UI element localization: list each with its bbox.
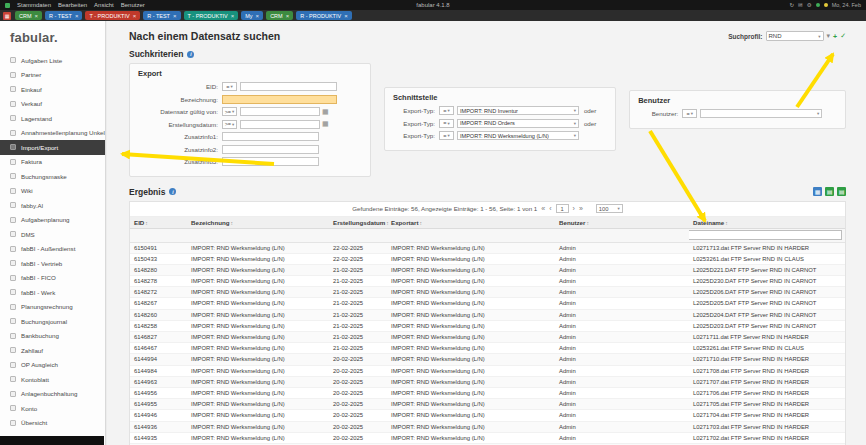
eid-cell[interactable]: 6144994	[130, 354, 187, 365]
dateiname-cell[interactable]: L0271704.dat FTP Server RND IN HARDER	[689, 410, 845, 421]
eid-cell[interactable]: 6148258	[130, 320, 187, 331]
eid-cell[interactable]: 6144946	[130, 410, 187, 421]
sidebar-item[interactable]: Einkauf	[0, 82, 105, 97]
sidebar-item[interactable]: Buchungsmaske	[0, 169, 105, 184]
erstellungsdatum-input[interactable]	[240, 120, 320, 129]
sidebar-item[interactable]: Kontoblatt	[0, 372, 105, 387]
session-tab[interactable]: R - TEST ×	[45, 11, 82, 20]
dateiname-cell[interactable]: L0271707.dat FTP Server RND IN HARDER	[689, 376, 845, 387]
first-page-button[interactable]: «	[541, 205, 545, 212]
dateiname-cell[interactable]: L0271706.dat FTP Server RND IN HARDER	[689, 387, 845, 398]
eid-cell[interactable]: 6148260	[130, 309, 187, 320]
dateiname-cell[interactable]: L2025D205.DAT FTP Server RND IN CARNOT	[689, 298, 845, 309]
table-row[interactable]: 6148278 IMPORT: RND Werksmeldung (L/N) 2…	[130, 276, 845, 287]
mail-icon[interactable]: ✉	[798, 2, 803, 8]
save-profile-icon[interactable]: ✓	[840, 32, 846, 40]
eid-cell[interactable]: 6144955	[130, 399, 187, 410]
col-header-bezeichnung[interactable]: Bezeichnung↕	[187, 217, 329, 229]
eid-cell[interactable]: 6148278	[130, 276, 187, 287]
tab-close-icon[interactable]: ×	[133, 13, 137, 19]
page-size-select[interactable]: 100 ▾	[596, 204, 623, 213]
sidebar-item[interactable]: Import/Export	[0, 140, 105, 155]
table-row[interactable]: 6144935 IMPORT: RND Werksmeldung (L/N) 2…	[130, 432, 845, 443]
eid-cell[interactable]: 6144963	[130, 376, 187, 387]
sort-icon[interactable]: ↕	[420, 220, 423, 226]
eid-cell[interactable]: 6146467	[130, 343, 187, 354]
dateiname-cell[interactable]: L0271713.dat FTP Server RND IN HARDER	[689, 242, 845, 253]
session-tab[interactable]: R - PRODUKTIV ×	[296, 11, 351, 20]
session-tab[interactable]: CRM ×	[266, 11, 293, 20]
sidebar-item[interactable]: Bankbuchung	[0, 329, 105, 344]
eid-cell[interactable]: 6148272	[130, 287, 187, 298]
tab-close-icon[interactable]: ×	[344, 13, 348, 19]
dateiname-cell[interactable]: L2025D221.DAT FTP Server RND IN CARNOT	[689, 264, 845, 275]
eid-cell[interactable]: 6148267	[130, 298, 187, 309]
benutzer-operator-select[interactable]: =▾	[682, 109, 697, 118]
sidebar-item[interactable]: fabby.AI	[0, 198, 105, 213]
menu-benutzer[interactable]: Benutzer	[121, 2, 145, 8]
eid-cell[interactable]: 6150433	[130, 253, 187, 264]
sidebar-item[interactable]: fabBI - Vertrieb	[0, 256, 105, 271]
table-row[interactable]: 6146827 IMPORT: RND Werksmeldung (L/N) 2…	[130, 332, 845, 343]
tab-close-icon[interactable]: ×	[286, 13, 290, 19]
table-row[interactable]: 6148260 IMPORT: RND Werksmeldung (L/N) 2…	[130, 309, 845, 320]
sidebar-item[interactable]: Aufgaben Liste	[0, 53, 105, 68]
prev-page-button[interactable]: ‹	[549, 205, 551, 212]
zusatzinfo2-input[interactable]	[222, 145, 319, 154]
menu-bearbeiten[interactable]: Bearbeiten	[58, 2, 87, 8]
col-header-erstellungsdatum[interactable]: Erstellungsdatum↕	[329, 217, 387, 229]
sidebar-item[interactable]: Lagerstand	[0, 111, 105, 126]
eid-cell[interactable]: 6144956	[130, 387, 187, 398]
sidebar-item[interactable]: Konto	[0, 401, 105, 416]
erstellung-operator-select[interactable]: >=▾	[222, 120, 237, 129]
gear-icon[interactable]: ⚙	[807, 2, 812, 8]
export-typ-operator-select[interactable]: =▾	[439, 106, 454, 115]
session-tab[interactable]: R - TEST ×	[143, 11, 180, 20]
session-tab[interactable]: T - PRODUKTIV ×	[184, 11, 239, 20]
calendar-icon[interactable]: ▦	[322, 108, 329, 116]
sidebar-item[interactable]: OP Ausgleich	[0, 358, 105, 373]
table-row[interactable]: 6144963 IMPORT: RND Werksmeldung (L/N) 2…	[130, 376, 845, 387]
col-header-eid[interactable]: EID↕	[130, 217, 187, 229]
calendar-icon[interactable]: ▦	[322, 120, 329, 128]
dateiname-cell[interactable]: L2025D206.DAT FTP Server RND IN CARNOT	[689, 287, 845, 298]
export-typ-operator-select[interactable]: =▾	[439, 119, 454, 128]
tab-close-icon[interactable]: ×	[256, 13, 260, 19]
eid-cell[interactable]: 6148280	[130, 264, 187, 275]
dateiname-cell[interactable]: L0271702.dat FTP Server RND IN HARDER	[689, 432, 845, 443]
table-row[interactable]: 6150491 IMPORT: RND Werksmeldung (L/N) 2…	[130, 242, 845, 253]
sidebar-item[interactable]: Buchungsjournal	[0, 314, 105, 329]
tab-close-icon[interactable]: ×	[75, 13, 79, 19]
dateiname-cell[interactable]: L0253261.dat FTP Server RND IN CLAUS	[689, 253, 845, 264]
export-typ-operator-select[interactable]: =▾	[439, 131, 454, 140]
gueltig-operator-select[interactable]: >=▾	[222, 107, 237, 116]
table-row[interactable]: 6144946 IMPORT: RND Werksmeldung (L/N) 2…	[130, 410, 845, 421]
sidebar-item[interactable]: fabBI - Werk	[0, 285, 105, 300]
zusatzinfo3-input[interactable]	[222, 157, 319, 166]
tab-close-icon[interactable]: ×	[35, 13, 39, 19]
sort-icon[interactable]: ↕	[145, 220, 148, 226]
col-header-dateiname[interactable]: Dateiname↕	[689, 217, 845, 229]
sidebar-item[interactable]: Planungsrechnung	[0, 300, 105, 315]
benutzer-select[interactable]: ▾	[700, 109, 822, 118]
eid-operator-select[interactable]: =▾	[222, 82, 237, 91]
col-header-exportart[interactable]: Exportart↕	[387, 217, 555, 229]
dateiname-cell[interactable]: L0271708.dat FTP Server RND IN HARDER	[689, 365, 845, 376]
dateiname-cell[interactable]: L2025D204.DAT FTP Server RND IN CARNOT	[689, 309, 845, 320]
last-page-button[interactable]: »	[579, 205, 583, 212]
info-icon[interactable]: i	[169, 188, 176, 195]
gueltig-von-input[interactable]	[240, 107, 320, 116]
eid-input[interactable]	[240, 82, 337, 91]
sidebar-item[interactable]: Verkauf	[0, 97, 105, 112]
eid-cell[interactable]: 6146827	[130, 332, 187, 343]
eid-cell[interactable]: 6144936	[130, 421, 187, 432]
table-row[interactable]: 6146467 IMPORT: RND Werksmeldung (L/N) 2…	[130, 343, 845, 354]
app-grid-icon[interactable]: ▦	[3, 12, 11, 20]
sync-icon[interactable]: ↻	[789, 2, 794, 8]
export-typ-select[interactable]: IMPORT: RND Inventur ▾	[457, 106, 579, 115]
col-header-benutzer[interactable]: Benutzer↕	[555, 217, 689, 229]
sort-icon[interactable]: ↕	[586, 220, 589, 226]
session-tab[interactable]: My ×	[241, 11, 263, 20]
page-number-input[interactable]: 1	[556, 204, 569, 213]
sidebar-item[interactable]: Aufgabenplanung	[0, 213, 105, 228]
